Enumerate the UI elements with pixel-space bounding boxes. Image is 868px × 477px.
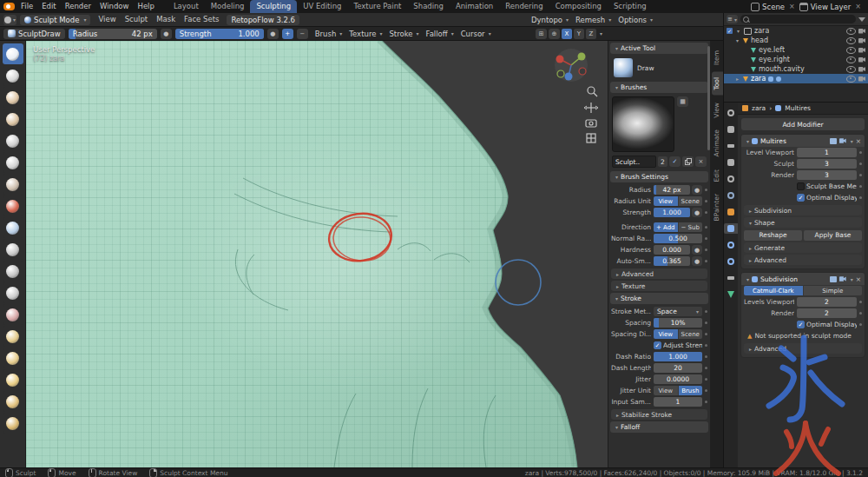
brush-grab-icon[interactable] <box>3 326 23 347</box>
retopoflow-button[interactable]: RetopoFlow 3.2.6 <box>227 15 299 25</box>
brush-draw-sharp-icon[interactable] <box>3 65 23 86</box>
subdivision-panel-header[interactable]: ▾ Subdivision ▾ × <box>741 273 865 285</box>
properties-tab-object-data[interactable] <box>724 289 738 300</box>
outliner-row-zara[interactable]: ✓▾zara <box>724 26 868 36</box>
menu-render[interactable]: Render <box>61 0 95 13</box>
navigation-gizmo[interactable] <box>555 49 588 82</box>
brush-scrape-icon[interactable] <box>3 282 23 303</box>
menu-window[interactable]: Window <box>95 0 134 13</box>
dropdown-remesh[interactable]: Remesh▾ <box>572 16 615 24</box>
viewport-menu-face-sets[interactable]: Face Sets <box>180 13 223 26</box>
number-field-level-viewport[interactable]: 1 <box>797 148 857 157</box>
symmetry-y-toggle[interactable]: Y <box>574 29 584 39</box>
slider-normal-ra[interactable]: 0.500 <box>654 234 702 243</box>
menu-edit[interactable]: Edit <box>37 0 60 13</box>
option-add[interactable]: + Add <box>654 222 679 232</box>
fade-icon[interactable]: ⊞ <box>536 29 547 39</box>
hide-viewport-icon[interactable] <box>846 66 856 73</box>
outliner-display-mode-button[interactable]: ≡▾ <box>727 15 738 23</box>
view-layer-unlink-icon[interactable]: × <box>853 3 863 10</box>
option-catmull-clark[interactable]: Catmull-Clark <box>744 286 804 295</box>
checkbox-adjust-stren[interactable]: ✓ <box>654 341 661 349</box>
disable-render-icon[interactable] <box>858 48 865 53</box>
direction-add-button[interactable]: + <box>282 29 293 39</box>
properties-tab-scene[interactable] <box>724 174 738 184</box>
mode-dropdown[interactable]: Sculpt Mode▾ <box>20 15 90 25</box>
chevron-right-icon[interactable]: ▸ <box>734 76 740 82</box>
hide-viewport-icon[interactable] <box>846 56 856 63</box>
properties-tab-view-layer[interactable] <box>724 157 738 168</box>
subpanel-stabilize-stroke[interactable]: ▸Stabilize Stroke <box>611 409 707 420</box>
properties-tab-physics[interactable] <box>724 256 738 267</box>
slider-strength[interactable]: 1.000 <box>654 208 690 217</box>
hide-viewport-icon[interactable] <box>846 28 856 35</box>
strength-pressure-icon[interactable]: ● <box>267 29 279 39</box>
properties-tab-modifiers[interactable] <box>724 223 738 234</box>
workspace-tab-layout[interactable]: Layout <box>168 0 205 13</box>
duplicate-brush-icon[interactable] <box>682 156 694 167</box>
brush-pinch-icon[interactable] <box>3 304 23 325</box>
viewport-3d[interactable]: User Perspective (72) zara <box>26 41 608 467</box>
disable-render-icon[interactable] <box>858 29 865 34</box>
panel-active-tool[interactable]: ▾ Active Tool <box>610 43 708 54</box>
dropdown-texture[interactable]: Texture▾ <box>345 30 385 38</box>
brush-thumb-icon[interactable] <box>3 391 23 412</box>
brush-users-count[interactable]: 2 <box>658 156 667 167</box>
display-render-icon[interactable] <box>839 276 846 282</box>
disable-render-icon[interactable] <box>858 67 865 72</box>
dropdown-cursor[interactable]: Cursor▾ <box>457 30 495 38</box>
brush-elastic-deform-icon[interactable] <box>3 348 23 368</box>
brush-layer-icon[interactable] <box>3 130 23 151</box>
outliner-row-eye-left[interactable]: eye.left <box>724 45 868 55</box>
display-viewport-icon[interactable] <box>830 138 837 144</box>
subpanel-generate[interactable]: ▸Generate <box>744 242 862 253</box>
add-modifier-button[interactable]: Add Modifier <box>741 118 865 130</box>
workspace-tab-sculpting[interactable]: Sculpting <box>250 0 297 13</box>
brush-flatten-icon[interactable] <box>3 239 23 260</box>
option-simple[interactable]: Simple <box>804 286 863 295</box>
disable-render-icon[interactable] <box>858 76 865 82</box>
slider-auto-sm[interactable]: 0.365 <box>654 256 690 266</box>
radius-pressure-icon[interactable]: ● <box>161 29 172 39</box>
properties-tab-output[interactable] <box>724 141 738 151</box>
slider-hardness[interactable]: 0.000 <box>654 245 690 255</box>
subpanel-subdivision[interactable]: ▸Subdivision <box>744 205 862 215</box>
sidebar-tab-edit[interactable]: Edit <box>712 164 723 188</box>
hide-viewport-icon[interactable] <box>846 37 856 44</box>
dropdown-stroke-met[interactable]: Space▾ <box>654 307 702 316</box>
brush-preview-image[interactable] <box>612 96 674 152</box>
subpanel-shape[interactable]: ▾Shape <box>744 217 862 228</box>
panel-brush-settings[interactable]: ▾ Brush Settings <box>610 171 708 182</box>
symmetry-x-toggle[interactable]: X <box>562 29 572 39</box>
slider-spacing[interactable]: 10% <box>654 318 702 328</box>
sidebar-tab-bpainter[interactable]: BPainter <box>712 189 723 226</box>
checkbox-optimal-display[interactable]: ✓ <box>797 321 805 328</box>
editor-type-button[interactable]: ▾ <box>3 15 16 25</box>
brush-image-icon[interactable]: ▦ <box>677 96 688 107</box>
direction-sub-button[interactable]: − <box>297 29 308 39</box>
blender-logo-icon[interactable] <box>3 3 15 10</box>
scene-selector[interactable]: Scene <box>762 3 785 11</box>
dropdown-brush[interactable]: Brush▾ <box>312 30 346 38</box>
workspace-tab-texture-paint[interactable]: Texture Paint <box>348 0 408 13</box>
checkbox-sculpt-base-mesh[interactable] <box>797 182 805 190</box>
breadcrumb-object[interactable]: zara <box>752 104 766 112</box>
pressure-icon[interactable]: ● <box>692 256 702 266</box>
option-view[interactable]: View <box>654 196 679 206</box>
properties-tab-constraints[interactable] <box>724 273 738 283</box>
workspace-tab-modeling[interactable]: Modeling <box>205 0 251 13</box>
option-view[interactable]: View <box>654 386 679 395</box>
number-field-sculpt[interactable]: 3 <box>797 159 857 169</box>
number-field-input-sam[interactable]: 1 <box>654 397 702 407</box>
slider-dash-ratio[interactable]: 1.000 <box>654 352 702 361</box>
brush-clay-icon[interactable] <box>3 87 23 108</box>
subpanel-stroke[interactable]: ▾Stroke <box>610 293 708 304</box>
properties-tab-world[interactable] <box>724 190 738 201</box>
pressure-icon[interactable]: ● <box>692 245 702 255</box>
filter-icon[interactable] <box>858 17 865 22</box>
properties-tab-render[interactable] <box>724 124 738 135</box>
chevron-down-icon[interactable]: ▾ <box>735 28 741 34</box>
subpanel-falloff[interactable]: ▾Falloff <box>610 421 708 433</box>
brush-selector[interactable]: SculptDraw <box>3 29 65 39</box>
workspace-tab-animation[interactable]: Animation <box>450 0 499 13</box>
